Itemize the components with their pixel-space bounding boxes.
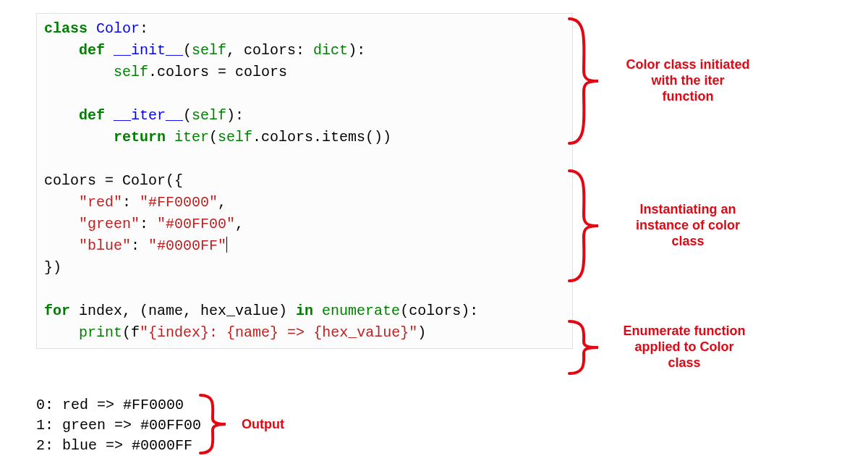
code-token: "red" bbox=[79, 194, 122, 211]
annotation-text: function bbox=[663, 89, 714, 104]
code-token: index, (name, hex_value) bbox=[79, 303, 296, 319]
code-token: : bbox=[131, 237, 148, 254]
brace-icon bbox=[197, 392, 233, 456]
code-token: "#00FF00" bbox=[157, 216, 235, 232]
code-token: Color bbox=[96, 20, 140, 37]
code-token: def bbox=[79, 42, 114, 59]
code-token: self bbox=[114, 64, 148, 80]
code-token: "#0000FF" bbox=[148, 237, 226, 254]
code-token: self bbox=[192, 42, 226, 59]
code-token bbox=[44, 107, 79, 124]
code-token: {hex_value} bbox=[313, 324, 409, 341]
annotation-text: Output bbox=[242, 417, 284, 431]
code-token: .colors = colors bbox=[148, 64, 287, 80]
annotation-output: Output bbox=[242, 416, 284, 432]
code-token: " bbox=[140, 324, 148, 341]
code-token bbox=[44, 237, 79, 254]
code-token: .colors.items()) bbox=[252, 129, 391, 145]
output-line: 0: red => #FF0000 bbox=[36, 395, 201, 415]
code-token: def bbox=[79, 107, 114, 124]
code-token bbox=[44, 194, 79, 211]
annotation-text: Color class initiated bbox=[626, 57, 749, 72]
code-token: ( bbox=[183, 107, 192, 124]
code-token: : bbox=[122, 194, 140, 211]
annotation-instantiating: Instantiating an instance of color class bbox=[619, 201, 757, 249]
code-line: }) bbox=[44, 257, 565, 279]
code-token: : bbox=[140, 216, 157, 232]
code-line: print(f"{index}: {name} => {hex_value}") bbox=[44, 322, 565, 344]
code-line bbox=[44, 83, 565, 105]
code-token: colors = Color({ bbox=[44, 172, 183, 189]
annotation-text: Enumerate function bbox=[623, 324, 745, 338]
code-token: ) bbox=[417, 324, 426, 341]
code-token: , colors: bbox=[226, 42, 313, 59]
code-token: __init__ bbox=[114, 42, 183, 59]
code-line: "green": "#00FF00", bbox=[44, 214, 565, 235]
code-token: {index} bbox=[148, 324, 209, 341]
code-token: => bbox=[278, 324, 313, 341]
code-line: def __iter__(self): bbox=[44, 105, 565, 127]
code-token bbox=[44, 64, 114, 80]
annotation-text: Instantiating an bbox=[639, 202, 736, 216]
code-token: ): bbox=[226, 107, 244, 124]
output-line: 2: blue => #0000FF bbox=[36, 436, 201, 456]
text-cursor bbox=[226, 237, 227, 253]
code-line: return iter(self.colors.items()) bbox=[44, 127, 565, 148]
code-token: __iter__ bbox=[114, 107, 183, 124]
code-token bbox=[44, 216, 79, 232]
code-token: {name} bbox=[226, 324, 278, 341]
code-token: "green" bbox=[79, 216, 140, 232]
code-token: dict bbox=[313, 42, 348, 59]
code-token: , bbox=[235, 216, 244, 232]
annotation-text: applied to Color bbox=[635, 339, 734, 354]
code-token: ( bbox=[209, 129, 218, 145]
code-token: in bbox=[296, 303, 322, 319]
code-token: return bbox=[114, 129, 174, 145]
code-token: }) bbox=[44, 259, 61, 276]
code-line bbox=[44, 279, 565, 300]
code-token: " bbox=[409, 324, 417, 341]
code-token: "#FF0000" bbox=[140, 194, 218, 211]
code-token: ( bbox=[183, 42, 192, 59]
code-line: class Color: bbox=[44, 18, 565, 40]
code-line bbox=[44, 148, 565, 170]
code-token: enumerate bbox=[322, 303, 400, 319]
code-token bbox=[44, 129, 114, 145]
output-block: 0: red => #FF00001: green => #00FF002: b… bbox=[36, 395, 201, 456]
annotation-text: class bbox=[668, 355, 700, 370]
code-token: print bbox=[79, 324, 122, 341]
code-line: def __init__(self, colors: dict): bbox=[44, 40, 565, 62]
annotation-enumerate: Enumerate function applied to Color clas… bbox=[612, 323, 757, 371]
code-line: "blue": "#0000FF" bbox=[44, 235, 565, 257]
annotation-color-class: Color class initiated with the iter func… bbox=[619, 56, 757, 104]
code-line: colors = Color({ bbox=[44, 170, 565, 192]
code-token: class bbox=[44, 20, 96, 37]
output-line: 1: green => #00FF00 bbox=[36, 415, 201, 436]
code-token: iter bbox=[174, 129, 209, 145]
code-token: , bbox=[218, 194, 226, 211]
code-line: self.colors = colors bbox=[44, 62, 565, 83]
code-token bbox=[44, 42, 79, 59]
code-block: class Color: def __init__(self, colors: … bbox=[36, 13, 573, 349]
code-token bbox=[44, 324, 79, 341]
code-token: for bbox=[44, 303, 79, 319]
annotation-text: with the iter bbox=[651, 73, 724, 88]
code-token: (f bbox=[122, 324, 140, 341]
code-token: (colors): bbox=[400, 303, 478, 319]
code-token: self bbox=[192, 107, 226, 124]
annotation-text: class bbox=[671, 234, 704, 248]
annotation-text: instance of color bbox=[636, 218, 740, 232]
code-token: : bbox=[140, 20, 148, 37]
code-line: "red": "#FF0000", bbox=[44, 192, 565, 214]
code-token: "blue" bbox=[79, 237, 131, 254]
code-token: : bbox=[209, 324, 226, 341]
code-token: self bbox=[218, 129, 252, 145]
code-token: ): bbox=[348, 42, 365, 59]
code-line: for index, (name, hex_value) in enumerat… bbox=[44, 300, 565, 322]
